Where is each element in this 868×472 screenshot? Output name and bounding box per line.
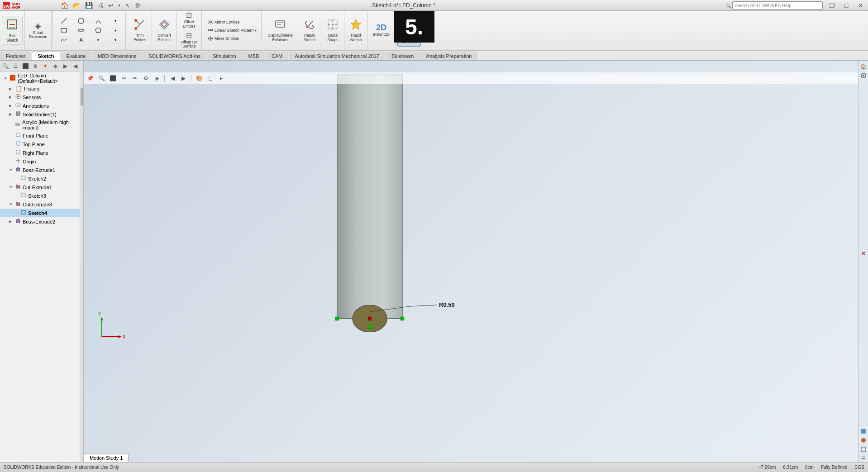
- tree-sketch3[interactable]: Sketch3: [0, 191, 83, 200]
- tab-evaluate[interactable]: Evaluate: [61, 52, 92, 60]
- panel-scrollbar[interactable]: [80, 61, 83, 462]
- open-btn[interactable]: 📂: [71, 1, 82, 10]
- rt-home-btn[interactable]: 🏠: [859, 62, 868, 71]
- collapse-btn[interactable]: ⊕: [31, 62, 40, 71]
- view-settings-btn[interactable]: ⚙: [141, 74, 150, 83]
- save-btn[interactable]: 💾: [83, 1, 95, 10]
- search-input[interactable]: [732, 1, 823, 10]
- print-btn[interactable]: 🖨: [95, 1, 105, 10]
- tab-autodesk[interactable]: Autodesk Simulation Mechanical 2017: [289, 52, 385, 60]
- scrollbar-thumb[interactable]: [81, 88, 83, 106]
- tree-sketch2[interactable]: Sketch2: [0, 174, 83, 183]
- spline-btn[interactable]: [56, 35, 72, 44]
- tab-analysis[interactable]: Analysis Preparation: [420, 52, 478, 60]
- tab-mbd[interactable]: MBD: [243, 52, 265, 60]
- tab-features[interactable]: Features: [0, 52, 31, 60]
- cursor-btn[interactable]: ↖: [123, 1, 132, 10]
- view-edit-btn[interactable]: ✏: [130, 74, 139, 83]
- circle-btn[interactable]: [73, 16, 89, 25]
- tree-sensors[interactable]: ▶ Sensors: [0, 93, 83, 101]
- offset-surface-btn[interactable]: ⊟ Offset OnSurface: [179, 31, 200, 50]
- line-btn[interactable]: [56, 16, 72, 25]
- arrow-back-btn[interactable]: ◀: [71, 62, 80, 71]
- flat-tree-btn[interactable]: ⬛: [21, 62, 30, 71]
- tree-boss-extrude1[interactable]: ▼ Boss-Extrude1: [0, 166, 83, 174]
- tab-simulation[interactable]: Simulation: [207, 52, 242, 60]
- more-sketch-btn1[interactable]: ▾: [107, 18, 124, 24]
- tree-sketch4[interactable]: Sketch4: [0, 209, 83, 217]
- text-btn[interactable]: A: [73, 36, 89, 43]
- tree-origin[interactable]: Origin: [0, 157, 83, 166]
- view-type-btn[interactable]: ▶: [179, 74, 188, 83]
- rapid-sketch-btn[interactable]: RapidSketch: [346, 17, 365, 44]
- view-section-btn[interactable]: ✂: [119, 74, 129, 83]
- tree-top-plane[interactable]: Top Plane: [0, 140, 83, 148]
- tab-sketch[interactable]: Sketch: [32, 52, 60, 60]
- move-entities-btn[interactable]: Move Entities: [206, 35, 240, 42]
- tree-right-plane[interactable]: Right Plane: [0, 148, 83, 157]
- view-pin-btn[interactable]: 📌: [86, 74, 95, 83]
- view-light-btn[interactable]: ◀: [168, 74, 177, 83]
- repair-sketch-btn[interactable]: RepairSketch: [300, 17, 319, 44]
- tree-solid-bodies[interactable]: ▶ Solid Bodies(1): [0, 110, 83, 119]
- tree-cut-extrude1[interactable]: ▼ Cut-Extrude1: [0, 183, 83, 191]
- arc-btn[interactable]: [90, 16, 106, 25]
- tab-solidworks-addins[interactable]: SOLIDWORKS Add-Ins: [143, 52, 206, 60]
- exit-sketch-btn[interactable]: EXIT ExitSketch: [2, 16, 23, 45]
- more-sketch-btn2[interactable]: ▾: [107, 28, 124, 33]
- tree-cut-extrude3[interactable]: ▼ Cut-Extrude3: [0, 200, 83, 209]
- rect-btn[interactable]: [56, 26, 72, 35]
- polygon-btn[interactable]: [90, 26, 106, 35]
- exit-sketch-group: EXIT ExitSketch: [0, 11, 25, 50]
- tree-front-plane[interactable]: Front Plane: [0, 131, 83, 140]
- linear-pattern-btn[interactable]: Linear Sketch Pattern ▾: [206, 27, 258, 34]
- filter2-btn[interactable]: ✦: [41, 62, 50, 71]
- new-btn[interactable]: 🏠: [59, 1, 70, 10]
- view-3d-btn[interactable]: ⬛: [108, 74, 118, 83]
- view-camera-btn[interactable]: ▸: [217, 74, 226, 83]
- point-btn[interactable]: [90, 35, 106, 44]
- tree-history[interactable]: ▶ 📋 History: [0, 85, 83, 93]
- view-scene-btn[interactable]: ◻: [206, 74, 215, 83]
- tree-annotations[interactable]: ▶ A Annotations: [0, 101, 83, 110]
- rt-tool3-btn[interactable]: [859, 445, 868, 453]
- view-appearance-btn[interactable]: 🎨: [195, 74, 204, 83]
- offset-entities-btn[interactable]: ⊡ OffsetEntities: [181, 11, 198, 29]
- tree-material[interactable]: Acrylic (Medium-high impact): [0, 119, 83, 131]
- rt-tool1-btn[interactable]: [859, 427, 868, 435]
- restore-btn[interactable]: ❐: [825, 0, 839, 11]
- more-btn[interactable]: ◈: [51, 62, 60, 71]
- close-btn[interactable]: ✕: [854, 0, 868, 11]
- tree-root[interactable]: ▼ P LED_Column (Default<<Default>: [0, 72, 83, 85]
- tree-boss-extrude2[interactable]: ▶ Boss-Extrude2: [0, 217, 83, 226]
- quick-snaps-btn[interactable]: QuickSnaps: [323, 17, 342, 44]
- tab-cam[interactable]: CAM: [266, 52, 288, 60]
- undo-btn[interactable]: ↩: [106, 1, 115, 10]
- undo-arrow-btn[interactable]: ▾: [116, 2, 122, 9]
- convert-entities-btn[interactable]: ConvertEntities: [154, 17, 175, 44]
- tab-mbd-dimensions[interactable]: MBD Dimensions: [92, 52, 142, 60]
- smart-dimension-btn[interactable]: ◈ SmartDimension: [27, 21, 49, 40]
- filter-btn[interactable]: 🔍: [1, 62, 10, 71]
- rt-red-x-btn[interactable]: ✕: [859, 249, 868, 257]
- svg-rect-48: [16, 150, 20, 154]
- rt-view-btn[interactable]: [859, 72, 868, 80]
- arrow-fwd-btn[interactable]: ▶: [61, 62, 70, 71]
- rt-tool4-btn[interactable]: ☰: [859, 454, 868, 462]
- more-sketch-btn3[interactable]: ▾: [107, 37, 124, 43]
- view-search-btn[interactable]: 🔍: [97, 74, 106, 83]
- list-view-btn[interactable]: ☰: [11, 62, 20, 71]
- svg-rect-53: [22, 176, 25, 180]
- instant2d-btn[interactable]: 2D Instant2D: [369, 22, 393, 38]
- slot-btn[interactable]: [73, 26, 89, 35]
- 3d-viewport[interactable]: R0.50 Y X: [84, 61, 868, 462]
- display-delete-btn[interactable]: Display/DeleteRelations: [264, 17, 296, 44]
- motion-study-tab[interactable]: Motion Study 1: [84, 454, 129, 462]
- rt-tool2-btn[interactable]: [859, 436, 868, 444]
- mirror-entities-btn[interactable]: Mirror Entities: [206, 19, 241, 26]
- maximize-btn[interactable]: □: [839, 0, 854, 11]
- trim-entities-btn[interactable]: TrimEntities: [130, 17, 150, 44]
- tab-bluebeam[interactable]: Bluebeam: [386, 52, 420, 60]
- options-btn[interactable]: ⚙: [133, 1, 143, 10]
- view-display-btn[interactable]: ◈: [152, 74, 161, 83]
